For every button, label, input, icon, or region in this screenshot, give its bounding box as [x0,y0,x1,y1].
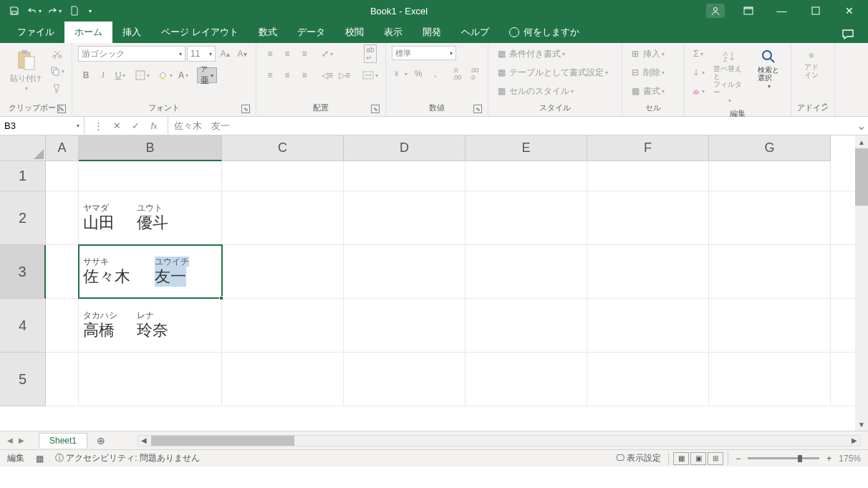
undo-button[interactable]: ▾ [27,4,42,18]
scroll-left-icon[interactable]: ◀ [138,436,150,444]
align-bottom-button[interactable]: ≡ [296,46,312,62]
percent-format-button[interactable]: % [410,66,426,82]
cell-f2[interactable] [587,191,709,244]
redo-button[interactable]: ▾ [47,4,62,18]
borders-button[interactable]: ▾ [134,67,151,83]
fx-button[interactable]: fx [146,119,162,133]
paste-button[interactable]: 貼り付け ▾ [6,46,46,95]
dialog-launcher-icon[interactable]: ⬊ [57,105,66,113]
cell-a5[interactable] [46,353,79,406]
cell-d1[interactable] [344,161,466,191]
menu-dots-icon[interactable]: ⋮ [90,119,106,133]
decrease-indent-button[interactable]: ◁≡ [319,67,335,83]
scroll-right-icon[interactable]: ▶ [849,436,860,444]
sort-filter-button[interactable]: AZ 並べ替えと フィルター▾ [709,46,749,107]
tab-page-layout[interactable]: ページ レイアウト [151,21,249,43]
tab-home[interactable]: ホーム [64,21,112,43]
new-file-icon[interactable] [67,4,82,18]
cell-c4[interactable] [222,299,344,352]
cell-f4[interactable] [587,299,709,352]
zoom-out-button[interactable]: − [736,454,741,464]
decrease-decimal-button[interactable]: .00.0 [466,66,482,82]
addins-button[interactable]: ● アド イン [797,46,826,82]
number-format-select[interactable]: 標準▾ [392,46,456,60]
sheet-prev-icon[interactable]: ◀ [7,436,13,444]
macro-record-icon[interactable]: ▦ [36,454,44,464]
cell-g5[interactable] [709,353,831,406]
cell-b4[interactable]: タカハシレナ 高橋玲奈 [79,299,222,352]
expand-formula-bar-icon[interactable]: ⌄ [854,117,868,135]
dialog-launcher-icon[interactable]: ⬊ [241,105,250,113]
merge-button[interactable]: ▾ [361,67,380,83]
normal-view-button[interactable]: ▦ [673,452,689,465]
align-center-button[interactable]: ≡ [279,67,295,83]
cell-d4[interactable] [344,299,466,352]
tell-me-search[interactable]: 何をしますか [499,21,589,43]
horizontal-scrollbar[interactable]: ◀ ▶ [138,435,861,446]
cell-g2[interactable] [709,191,831,244]
tab-file[interactable]: ファイル [7,21,64,43]
cell-g4[interactable] [709,299,831,352]
cell-e3[interactable] [466,245,587,298]
comments-icon[interactable] [839,26,857,43]
font-size-select[interactable]: 11▾ [187,46,216,62]
close-button[interactable]: ✕ [833,0,865,21]
display-settings-button[interactable]: 🖵 表示設定 [616,452,661,464]
cell-e5[interactable] [466,353,587,406]
col-header-a[interactable]: A [46,135,79,161]
tab-developer[interactable]: 開発 [413,21,451,43]
cell-a1[interactable] [46,161,79,191]
row-header-3[interactable]: 3 [0,245,46,299]
sheet-next-icon[interactable]: ▶ [19,436,24,444]
col-header-g[interactable]: G [709,135,831,161]
accounting-format-button[interactable]: ¥▾ [392,66,409,82]
fill-color-button[interactable]: ▾ [157,67,174,83]
col-header-f[interactable]: F [587,135,709,161]
align-left-button[interactable]: ≡ [262,67,278,83]
hscroll-thumb[interactable] [151,436,294,446]
vertical-scrollbar[interactable]: ▲ ▼ [855,135,868,431]
add-sheet-button[interactable]: ⊕ [93,433,109,449]
tab-view[interactable]: 表示 [374,21,413,43]
minimize-button[interactable]: — [766,0,798,21]
cell-b3[interactable]: ササキユウイチ 佐々木友一 [79,245,222,298]
conditional-format-button[interactable]: ▦ 条件付き書式▾ [494,46,602,62]
fill-handle[interactable] [219,296,223,300]
cell-c3[interactable] [222,245,344,298]
cell-g3[interactable] [709,245,831,298]
name-box[interactable]: B3▾ [0,117,85,135]
cell-c2[interactable] [222,191,344,244]
page-layout-view-button[interactable]: ▣ [690,452,706,465]
cell-a3[interactable] [46,245,79,298]
decrease-font-button[interactable]: A▾ [234,46,250,62]
cell-a2[interactable] [46,191,79,244]
zoom-level[interactable]: 175% [839,454,861,464]
underline-button[interactable]: U▾ [112,67,128,83]
select-all-corner[interactable] [0,135,46,161]
cut-button[interactable] [49,46,66,62]
format-cells-button[interactable]: ▦ 書式▾ [628,83,678,99]
font-color-button[interactable]: A▾ [175,67,191,83]
cell-b1[interactable] [79,161,222,191]
align-top-button[interactable]: ≡ [262,46,278,62]
maximize-button[interactable] [799,0,831,21]
cell-d2[interactable] [344,191,466,244]
zoom-in-button[interactable]: + [826,454,831,464]
format-painter-button[interactable] [49,80,66,96]
scroll-up-icon[interactable]: ▲ [855,135,868,148]
row-header-5[interactable]: 5 [0,353,46,406]
cell-styles-button[interactable]: ▦ セルのスタイル▾ [494,83,602,99]
cell-e2[interactable] [466,191,587,244]
increase-font-button[interactable]: A▴ [217,46,233,62]
phonetic-button[interactable]: ア亜▾ [197,67,217,83]
ribbon-display-icon[interactable] [732,0,764,21]
collapse-ribbon-icon[interactable]: ⌃ [821,102,829,112]
copy-button[interactable]: ▾ [49,63,66,79]
cell-b2[interactable]: ヤマダユウト 山田優斗 [79,191,222,244]
cell-a4[interactable] [46,299,79,352]
format-as-table-button[interactable]: ▦ テーブルとして書式設定▾ [494,64,616,80]
confirm-edit-button[interactable]: ✓ [127,119,143,133]
wrap-text-button[interactable]: ab↵ [361,46,380,62]
delete-cells-button[interactable]: ⊟ 削除▾ [628,64,678,80]
clear-button[interactable]: ▾ [690,83,706,99]
